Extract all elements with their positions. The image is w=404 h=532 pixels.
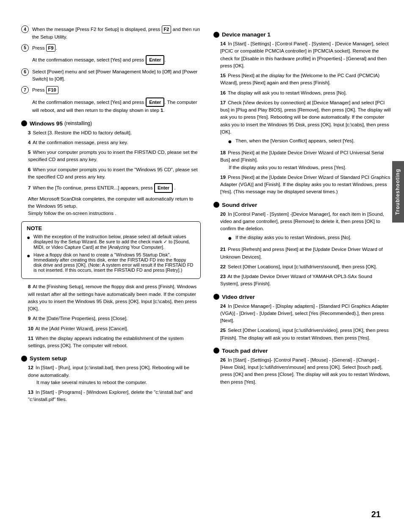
step-17-sub: ● Then, when the [Version Conflict] appe… [228,137,391,147]
note-bullet-2: ● [27,252,32,259]
note-box: NOTE ● With the exception of the instruc… [21,221,201,279]
step-8: 8 At the [Finishing Setup], remove the f… [28,283,201,312]
win-step-5: 5 When your computer prompts you to inse… [28,149,201,164]
step-15: 15 Press [Next] at the display for the [… [220,72,391,87]
sound-driver-title: Sound driver [222,202,257,208]
step-5-content: Press F9. [32,44,201,52]
touchpad-header: Touch pad driver [213,348,391,354]
step-9: 9 At the [Date/Time Properties], press [… [28,315,201,322]
system-setup-title: System setup [30,355,67,362]
troubleshooting-tab: Troubleshooting [392,161,404,223]
step-10: 10 At the [Add Printer Wizard], press [C… [28,325,201,332]
left-column: 4 When the message [Press F2 for Setup] … [21,25,201,406]
video-driver-title: Video driver [222,294,255,300]
sound-driver-header: Sound driver [213,202,391,208]
step-20: 20 In [Control Panel] - [System] -[Devic… [220,211,391,244]
step-6: 6 Select [Power] menu and set [Power Man… [21,68,201,83]
step-num-6: 6 [21,68,29,76]
confirmation-2: At the confirmation message, select [Yes… [32,97,201,114]
note-item-1: ● With the exception of the instruction … [27,234,195,250]
bullet-dot-1: ● [228,136,234,147]
step-14: 14 In [Start] - [Settings] - [Control Pa… [220,40,391,70]
system-setup-bullet [21,356,27,362]
win-step-3: 3 Select [3. Restore the HDD to factory … [28,129,201,136]
windows95-header: Windows 95 (reinstalling) [21,120,201,127]
step-25: 25 Select [Other Locations], input [c:\u… [220,327,391,342]
windows95-title: Windows 95 [30,120,63,127]
step-7-content: Press F10 [32,86,201,94]
device-manager-title: Device manager 1 [222,31,271,38]
touchpad-bullet [213,348,219,354]
sound-driver-bullet [213,202,219,208]
enter-key-3: Enter [154,183,173,193]
step-19: 19 Press [Next] at the [Update Device Dr… [220,174,391,196]
step-23: 23 At the [Update Device Driver Wizard o… [220,273,391,288]
note-item-2: ● Have a floppy disk on hand to create a… [27,252,195,273]
windows95-subtitle: (reinstalling) [64,120,92,126]
step-num-7: 7 [21,86,29,94]
f10-key: F10 [46,86,58,94]
note-text-1: With the exception of the instruction be… [33,234,195,250]
step-4-content: When the message [Press F2 for Setup] is… [32,25,201,41]
bullet-dot-2: ● [228,233,234,243]
device-manager-bullet [213,32,219,38]
right-column: Device manager 1 14 In [Start] - [Settin… [209,25,391,406]
windows95-bullet [21,120,27,126]
step-26: 26 In [Start] - [Settings]- [Control Pan… [220,357,391,386]
note-label: NOTE [27,225,195,231]
step-12: 12 In [Start] - [Run], input [c:\install… [28,364,201,386]
win-step-7-after: After Microsoft ScanDisk completes, the … [28,195,201,217]
video-driver-bullet [213,294,219,300]
step-24: 24 In [Device Manager] - [Display adapte… [220,303,391,325]
step-22: 22 Select [Other Locations], input [c:\u… [220,263,391,270]
f2-key: F2 [162,25,172,33]
page-number: 21 [371,510,381,519]
enter-key-2: Enter [146,97,164,107]
step-18: 18 Press [Next] at the [Update Device Dr… [220,149,391,171]
step-num-5: 5 [21,44,29,52]
confirmation-1: At the confirmation message, select [Yes… [32,55,201,65]
step-16: 16 The display will ask you to restart W… [220,89,391,97]
step-5: 5 Press F9. [21,44,201,52]
step-17-sub-text: Then, when the [Version Conflict] appear… [235,137,355,145]
step-13: 13 In [Start] - [Programs] - [Windows Ex… [28,389,201,404]
step-20-sub-text: If the display asks you to restart Windo… [235,234,351,241]
system-setup-header: System setup [21,355,201,362]
f9-key: F9 [46,44,56,52]
step-11: 11 When the display appears indicating t… [28,335,201,350]
enter-key-1: Enter [146,55,164,65]
page: 4 When the message [Press F2 for Setup] … [0,0,404,432]
win-step-7: 7 When the [To continue, press ENTER...]… [28,183,201,193]
step-21: 21 Press [Refresh] and press [Next] at t… [220,246,391,261]
step-7: 7 Press F10 [21,86,201,94]
note-text-2: Have a floppy disk on hand to create a "… [33,252,195,273]
touchpad-title: Touch pad driver [222,348,268,354]
step-20-sub: ● If the display asks you to restart Win… [228,234,391,243]
win-step-6: 6 When your computer prompts you to inse… [28,166,201,181]
note-bullet-1: ● [27,234,32,241]
video-driver-header: Video driver [213,294,391,300]
step-num-4: 4 [21,25,29,33]
step-17: 17 Check [View devices by connection] at… [220,99,391,147]
step-4: 4 When the message [Press F2 for Setup] … [21,25,201,41]
device-manager-header: Device manager 1 [213,31,391,38]
step-6-content: Select [Power] menu and set [Power Manag… [32,68,201,83]
win-step-4: 4 At the confirmation message, press any… [28,139,201,146]
